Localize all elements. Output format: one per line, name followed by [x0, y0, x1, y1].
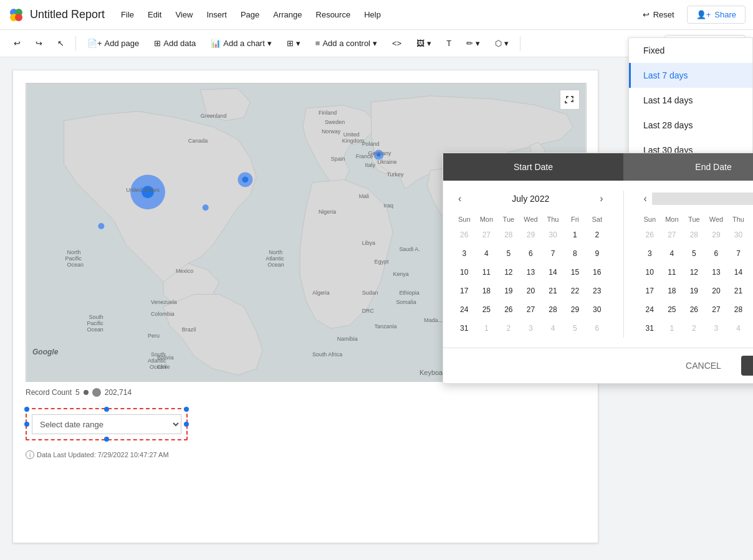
- calendar-day[interactable]: 27: [520, 300, 542, 319]
- add-page-button[interactable]: 📄+ Add page: [81, 36, 145, 51]
- calendar-day[interactable]: 18: [661, 282, 683, 300]
- menu-edit[interactable]: Edit: [141, 7, 168, 22]
- handle-tl[interactable]: [24, 407, 29, 412]
- calendar-day[interactable]: 29: [749, 300, 753, 319]
- draw-button[interactable]: ✏ ▾: [460, 36, 486, 51]
- calendar-day[interactable]: 31: [453, 319, 476, 338]
- calendar-day[interactable]: 20: [705, 282, 727, 300]
- calendar-day[interactable]: 30: [586, 300, 608, 319]
- calendar-day[interactable]: 15: [564, 263, 586, 282]
- calendar-day[interactable]: 4: [542, 319, 564, 338]
- menu-insert[interactable]: Insert: [200, 7, 233, 22]
- calendar-day[interactable]: 8: [749, 244, 753, 263]
- calendar-day[interactable]: 29: [564, 300, 586, 319]
- calendar-day[interactable]: 12: [683, 263, 705, 282]
- dropdown-item-last28[interactable]: Last 28 days: [629, 113, 752, 138]
- calendar-day[interactable]: 17: [639, 282, 661, 300]
- calendar-day[interactable]: 28: [727, 300, 750, 319]
- calendar-day[interactable]: 4: [727, 319, 750, 338]
- menu-resource[interactable]: Resource: [310, 7, 357, 22]
- calendar-day[interactable]: 28: [683, 225, 705, 244]
- calendar-day[interactable]: 1: [749, 225, 753, 244]
- calendar-day[interactable]: 23: [586, 282, 608, 300]
- calendar-day[interactable]: 15: [749, 263, 753, 282]
- calendar-day[interactable]: 22: [564, 282, 586, 300]
- calendar-day[interactable]: 28: [542, 300, 564, 319]
- redo-button[interactable]: ↪: [29, 36, 49, 51]
- calendar-day[interactable]: 13: [705, 263, 727, 282]
- left-next-button[interactable]: ›: [595, 191, 608, 207]
- calendar-day[interactable]: 28: [497, 225, 519, 244]
- calendar-day[interactable]: 26: [639, 225, 661, 244]
- handle-mr[interactable]: [184, 422, 189, 427]
- handle-tc[interactable]: [104, 407, 109, 412]
- handle-ml[interactable]: [24, 422, 29, 427]
- apply-button[interactable]: APPLY: [741, 356, 753, 376]
- menu-page[interactable]: Page: [234, 7, 266, 22]
- calendar-day[interactable]: 22: [749, 282, 753, 300]
- calendar-day[interactable]: 6: [705, 244, 727, 263]
- calendar-day[interactable]: 6: [520, 244, 542, 263]
- calendar-day[interactable]: 25: [661, 300, 683, 319]
- shapes-button[interactable]: ⬡ ▾: [489, 36, 515, 51]
- dropdown-item-last7[interactable]: Last 7 days: [629, 63, 752, 88]
- calendar-day[interactable]: 18: [476, 282, 498, 300]
- calendar-day[interactable]: 7: [542, 244, 564, 263]
- calendar-day[interactable]: 10: [639, 263, 661, 282]
- undo-button[interactable]: ↩: [7, 36, 27, 51]
- calendar-day[interactable]: 30: [727, 225, 750, 244]
- calendar-day[interactable]: 5: [749, 319, 753, 338]
- start-date-tab[interactable]: Start Date: [443, 153, 623, 181]
- calendar-day[interactable]: 31: [639, 319, 661, 338]
- calendar-day[interactable]: 7: [727, 244, 750, 263]
- dropdown-item-fixed[interactable]: Fixed: [629, 38, 752, 63]
- menu-file[interactable]: File: [115, 7, 140, 22]
- calendar-day[interactable]: 2: [586, 225, 608, 244]
- calendar-day[interactable]: 16: [586, 263, 608, 282]
- calendar-day[interactable]: 26: [497, 300, 519, 319]
- calendar-day[interactable]: 26: [453, 225, 476, 244]
- handle-bc[interactable]: [104, 437, 109, 442]
- calendar-day[interactable]: 8: [564, 244, 586, 263]
- calendar-day[interactable]: 14: [727, 263, 750, 282]
- calendar-day[interactable]: 24: [639, 300, 661, 319]
- calendar-day[interactable]: 5: [564, 319, 586, 338]
- right-prev-button[interactable]: ‹: [639, 191, 652, 207]
- handle-tr[interactable]: [184, 407, 189, 412]
- calendar-day[interactable]: 27: [476, 225, 498, 244]
- dropdown-item-last14[interactable]: Last 14 days: [629, 88, 752, 113]
- calendar-day[interactable]: 25: [476, 300, 498, 319]
- menu-view[interactable]: View: [169, 7, 199, 22]
- calendar-day[interactable]: 21: [542, 282, 564, 300]
- calendar-day[interactable]: 4: [661, 244, 683, 263]
- calendar-day[interactable]: 21: [727, 282, 750, 300]
- end-date-tab[interactable]: End Date: [623, 153, 753, 181]
- calendar-day[interactable]: 3: [520, 319, 542, 338]
- calendar-day[interactable]: 14: [542, 263, 564, 282]
- calendar-day[interactable]: 1: [476, 319, 498, 338]
- calendar-day[interactable]: 27: [661, 225, 683, 244]
- calendar-day[interactable]: 4: [476, 244, 498, 263]
- calendar-day[interactable]: 1: [661, 319, 683, 338]
- calendar-day[interactable]: 11: [476, 263, 498, 282]
- calendar-day[interactable]: 3: [639, 244, 661, 263]
- calendar-day[interactable]: 1: [564, 225, 586, 244]
- calendar-day[interactable]: 10: [453, 263, 476, 282]
- embed-button[interactable]: <>: [386, 36, 408, 51]
- calendar-day[interactable]: 27: [705, 300, 727, 319]
- add-data-button[interactable]: ⊞ Add data: [148, 36, 202, 51]
- calendar-day[interactable]: 13: [520, 263, 542, 282]
- cancel-button[interactable]: CANCEL: [673, 356, 734, 376]
- add-chart-button[interactable]: 📊 Add a chart ▾: [204, 36, 278, 51]
- image-button[interactable]: 🖼 ▾: [410, 36, 438, 51]
- calendar-day[interactable]: 19: [683, 282, 705, 300]
- map-expand-button[interactable]: [560, 90, 580, 110]
- calendar-day[interactable]: 17: [453, 282, 476, 300]
- date-range-select[interactable]: Select date range: [32, 414, 181, 434]
- calendar-day[interactable]: 30: [542, 225, 564, 244]
- calendar-day[interactable]: 24: [453, 300, 476, 319]
- add-control-button[interactable]: ≡ Add a control ▾: [309, 36, 383, 51]
- calendar-day[interactable]: 6: [586, 319, 608, 338]
- calendar-day[interactable]: 5: [497, 244, 519, 263]
- add-scorecard-button[interactable]: ⊞ ▾: [281, 36, 307, 51]
